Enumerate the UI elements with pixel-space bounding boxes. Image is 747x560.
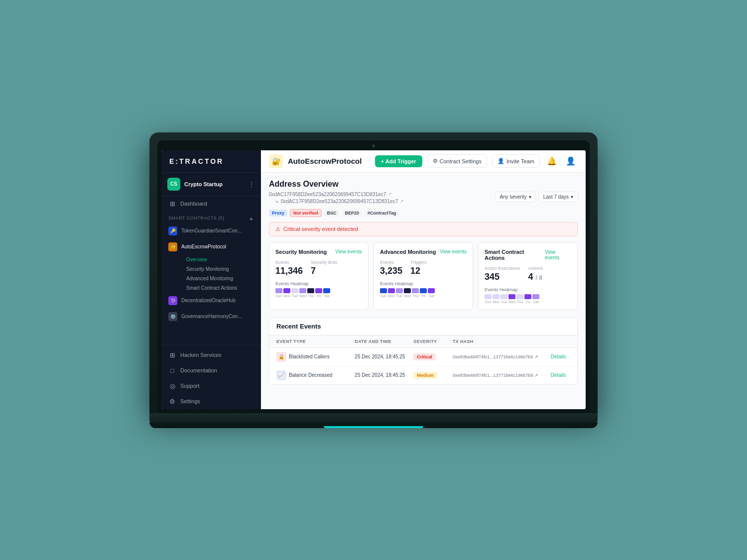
bots-label: Security Bots [311,260,337,265]
advanced-monitoring-card: Advanced Monitoring View events Events 3… [374,242,473,310]
security-heatmap: Sun Mon Tue [275,288,362,298]
security-card-title: Security Monitoring [275,249,327,255]
invite-team-button[interactable]: 👤 Invite Team [492,154,540,168]
subnav-overview[interactable]: Overview [179,255,261,264]
external-link-icon-1[interactable]: ↗ [388,192,392,197]
actions-view-events-link[interactable]: View events [545,249,571,260]
heatmap-col-tue: Tue [291,288,298,298]
actions-value: 4 / 8 [528,272,543,282]
main-content: 🔐 AutoEscrowProtocol + Add Trigger ⚙ Con… [261,150,586,409]
heatmap-col-mon: Mon [283,288,290,298]
heatmap-col-sat: Sat [323,288,330,298]
sidebar-item-support[interactable]: ◎ Support [161,378,261,394]
table-row: 🔒 Blacklisted Callers 25 Dec 2024, 18:45… [269,348,577,366]
advanced-heatmap: Sun Mon Tue [380,288,467,298]
support-label: Support [180,383,200,389]
subnav-security-monitoring[interactable]: Security Monitoring [179,264,261,274]
org-name: Crypto Startup [184,181,244,187]
col-severity: Severity [413,339,453,344]
org-menu-icon[interactable]: ⋮ [248,180,255,188]
heatmap-cell [315,288,322,293]
security-view-events-link[interactable]: View events [335,249,362,254]
subnav-smart-contract-actions[interactable]: Smart Contract Actions [179,283,261,293]
card-header-advanced: Advanced Monitoring View events [380,249,467,255]
contract-title-icon: 🔐 [269,154,283,168]
sidebar-item-docs[interactable]: □ Documentation [161,363,261,378]
escrow-contract-name: AutoEscrowProtocol [181,244,226,249]
details-link-1[interactable]: Details [551,354,566,359]
details-link-2[interactable]: Details [551,372,566,378]
severity-cell-1: Critical [413,353,453,360]
severity-filter[interactable]: Any severity ▾ [495,192,535,202]
sidebar-item-token[interactable]: 🔑 TokenGuardianSmartCon... [161,223,261,239]
notification-icon[interactable]: 🔔 [545,154,559,168]
sidebar-item-hacken[interactable]: ⊞ Hacken Services [161,347,261,363]
hacken-label: Hacken Services [180,352,222,358]
hacken-icon: ⊞ [168,351,176,359]
actions-heatmap: Sun Mon Tue [485,294,571,304]
harmony-contract-icon: ⚙️ [168,312,177,321]
alert-banner: ⚠ Critical severity event detected [269,222,578,236]
heatmap-col-sun: Sun [275,288,282,298]
org-switcher[interactable]: CS Crypto Startup ⋮ [161,173,261,196]
actions-card-title: Smart Contract Actions [485,249,545,261]
sidebar-item-escrow[interactable]: 🔐 AutoEscrowProtocol [161,239,261,255]
heatmap-day: Sat [324,294,330,298]
sidebar: E:TRACTOR CS Crypto Startup ⋮ ⊞ Dashboar… [161,150,261,409]
security-events-metric: Events 11,346 [275,260,303,276]
tags-row: Proxy Not verified BSC BEP20 #ContractTa… [269,209,578,217]
page-title: Address Overview [269,180,578,189]
advanced-heatmap-label: Events Heatmap [380,281,467,286]
teal-strip [324,426,423,428]
filters-row: Any severity ▾ Last 7 days ▾ [495,192,578,202]
collapse-icon[interactable]: ▲ [249,216,254,221]
oracle-contract-icon: 🔮 [168,296,177,305]
recent-events-header: Recent Events [269,318,577,336]
sidebar-item-oracle[interactable]: 🔮 DecentralizedOracleHub [161,293,261,309]
security-heatmap-label: Events Heatmap [275,281,362,286]
security-bots-metric: Security Bots 7 [311,260,337,276]
severity-filter-label: Any severity [499,194,526,200]
smart-contract-actions-card: Smart Contract Actions View events Actio… [478,242,578,310]
col-tx-hash: Tx Hash [453,339,551,344]
time-filter[interactable]: Last 7 days ▾ [539,192,578,202]
external-link-icon-2[interactable]: ↗ [400,199,404,204]
advanced-view-events-link[interactable]: View events [440,249,467,254]
security-monitoring-card: Security Monitoring View events Events 1… [269,242,369,310]
blacklisted-callers-icon: 🔒 [276,352,286,362]
add-trigger-button[interactable]: + Add Trigger [375,155,422,167]
tx-hash-text-2: 0xe93be484f74fc1...13771be6c19667b9 [453,373,533,378]
sidebar-item-dashboard[interactable]: ⊞ Dashboard [161,196,261,212]
bots-value: 7 [311,266,337,276]
heatmap-day: Sun [276,294,282,298]
heatmap-cell [299,288,306,293]
sidebar-item-settings[interactable]: ⚙ Settings [161,394,261,409]
balance-decreased-icon: 📈 [276,370,286,380]
table-row: 📈 Balance Decreased 25 Dec 2024, 18:45:2… [269,366,577,384]
tag-proxy: Proxy [269,210,287,217]
security-metrics: Events 11,346 Security Bots 7 [275,260,362,276]
tx-hash-cell-1: 0xe93be484f74fc1...13771be6c19667b9 ↗ [453,354,551,359]
subnav-advanced-monitoring[interactable]: Advanced Monitoring [179,274,261,283]
page-content: Address Overview 0xdAC17F958D2ee523a2206… [261,173,586,409]
advanced-card-title: Advanced Monitoring [380,249,436,255]
heatmap-day: Mon [283,294,290,298]
card-header-security: Security Monitoring View events [275,249,362,255]
laptop-camera [372,144,375,147]
address-text-2: 0xdAC17F958D2ee523a220620699457C13D831ec… [281,199,398,204]
sidebar-item-harmony[interactable]: ⚙️ GovernanceHarmonyCon... [161,309,261,325]
triggers-value: 12 [410,266,427,276]
external-link-icon-tx2[interactable]: ↗ [534,373,538,378]
address-text-1: 0xdAC17F958D2ee523a220620699457C13D831ec… [269,192,386,197]
col-datetime: Date and time [355,339,413,344]
executions-label: Action Executions [485,266,520,271]
events-value: 11,346 [275,266,303,276]
severity-badge-critical: Critical [413,353,436,360]
actions-label: Actions [528,266,543,271]
external-link-icon-tx1[interactable]: ↗ [534,354,538,359]
recent-events-section: Recent Events Event type Date and time S… [269,317,578,385]
actions-metrics: Action Executions 345 Actions 4 / 8 [485,266,571,282]
user-icon[interactable]: 👤 [564,154,578,168]
contract-settings-button[interactable]: ⚙ Contract Settings [427,154,487,168]
heatmap-cell [323,288,330,293]
